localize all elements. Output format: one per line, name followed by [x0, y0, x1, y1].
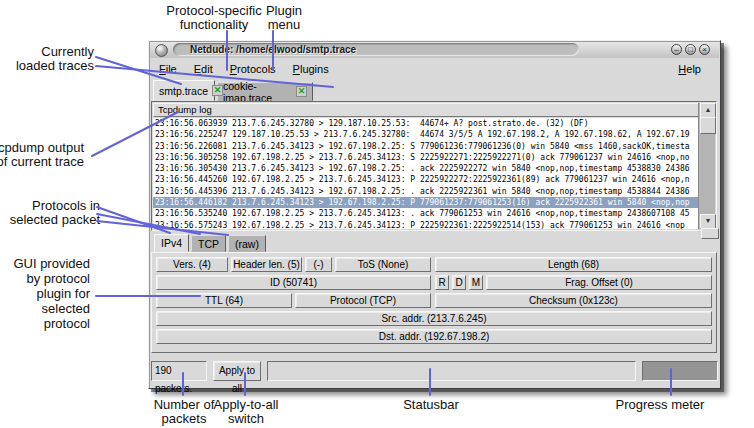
annotation-apply-switch: Apply-to-all switch [213, 398, 278, 426]
annotation-number-of-packets: Number of packets [154, 398, 215, 426]
annotation-gui-plugin: GUI provided by protocol plugin for sele… [13, 256, 90, 331]
menu-edit[interactable]: Edit [192, 62, 215, 76]
menu-protocols[interactable]: Protocols [228, 62, 278, 76]
trace-tab-smtp[interactable]: smtp.trace ✕ [153, 80, 215, 101]
field-header-length[interactable]: Header len. (5) [231, 257, 302, 272]
packet-row[interactable]: 23:16:56.305430 213.7.6.245.34123 > 192.… [153, 163, 699, 174]
field-protocol[interactable]: Protocol (TCP) [295, 293, 431, 308]
minimize-icon[interactable]: – [671, 44, 682, 55]
packet-row[interactable]: 23:16:56.226081 213.7.6.245.34123 > 192.… [153, 141, 699, 152]
tcpdump-log-panel: Tcpdump log 23:16:56.063939 213.7.6.245.… [151, 101, 717, 231]
packet-row[interactable]: 23:16:56.225247 129.187.10.25.53 > 213.7… [153, 129, 699, 140]
window-title: Netdude: /home/elwood/smtp.trace [173, 43, 579, 56]
packet-row[interactable]: 23:16:56.445260 192.67.198.2.25 > 213.7.… [153, 174, 699, 185]
scroll-up-icon[interactable]: ▲ [700, 103, 716, 118]
pane-resize-grip[interactable] [701, 228, 719, 239]
protocol-tab-ipv4[interactable]: IPv4 [154, 234, 189, 252]
flag-dont-fragment[interactable]: D [452, 275, 466, 290]
protocol-tab-raw[interactable]: (raw) [228, 235, 266, 252]
packet-row-selected[interactable]: 23:16:56.446182 213.7.6.245.34123 > 192.… [153, 197, 699, 208]
flag-more-fragments[interactable]: M [469, 275, 483, 290]
annotation-plugin-menu: Plugin menu [266, 4, 302, 32]
packet-row[interactable]: 23:16:56.575243 192.67.198.2.25 > 213.7.… [153, 220, 699, 229]
menu-file[interactable]: File [157, 62, 179, 76]
title-bar[interactable]: Netdude: /home/elwood/smtp.trace – □ × [150, 42, 719, 58]
annotation-protocols-selected: Protocols in selected packet [10, 199, 100, 227]
protocol-tab-tcp[interactable]: TCP [191, 235, 226, 252]
window-menu-icon[interactable] [155, 44, 168, 57]
field-frag-offset[interactable]: Frag. Offset (0) [486, 275, 712, 290]
annotation-tcpdump-output: Tcpdump output of current trace [0, 141, 84, 169]
annotation-protocol-specific: Protocol-specific functionality [166, 4, 261, 32]
progress-meter [642, 361, 718, 381]
trace-tab-cookie-imap[interactable]: cookie-imap.trace ✕ [217, 82, 313, 101]
flag-reserved[interactable]: R [435, 275, 449, 290]
field-unused[interactable]: (-) [305, 257, 332, 272]
field-id[interactable]: ID (50741) [156, 275, 431, 290]
packet-row[interactable]: 23:16:56.535240 192.67.198.2.25 > 213.7.… [153, 208, 699, 219]
menu-bar: File Edit Protocols Plugins Help [150, 58, 719, 79]
status-message [267, 361, 636, 381]
log-column-header[interactable]: Tcpdump log [153, 103, 699, 117]
scroll-down-icon[interactable]: ▼ [700, 214, 716, 229]
ipv4-header-editor: Vers. (4) Header len. (5) (-) ToS (None)… [151, 252, 717, 353]
close-icon[interactable]: × [699, 44, 710, 55]
field-dst-addr[interactable]: Dst. addr. (192.67.198.2) [156, 329, 712, 344]
annotation-loaded-traces: Currently loaded traces [16, 45, 94, 73]
maximize-icon[interactable]: □ [685, 44, 696, 55]
field-length[interactable]: Length (68) [435, 257, 712, 272]
field-checksum[interactable]: Checksum (0x123c) [435, 293, 712, 308]
field-tos[interactable]: ToS (None) [335, 257, 431, 272]
log-scrollbar[interactable]: ▲ ▼ [698, 103, 715, 229]
packet-row[interactable]: 23:16:56.305258 192.67.198.2.25 > 213.7.… [153, 152, 699, 163]
protocol-tab-row: IPv4 TCP (raw) [151, 234, 266, 252]
menu-help[interactable]: Help [676, 62, 703, 76]
packet-row[interactable]: 23:16:56.063939 213.7.6.245.32780 > 129.… [153, 118, 699, 129]
field-ttl[interactable]: TTL (64) [156, 293, 292, 308]
field-src-addr[interactable]: Src. addr. (213.7.6.245) [156, 311, 712, 326]
trace-close-icon[interactable]: ✕ [212, 85, 223, 96]
packet-count: 190 packets. [151, 361, 207, 381]
trace-tab-row: smtp.trace ✕ cookie-imap.trace ✕ [150, 79, 719, 101]
trace-tab-label: smtp.trace [159, 85, 208, 97]
packet-list: 23:16:56.063939 213.7.6.245.32780 > 129.… [153, 118, 699, 229]
netdude-window: Netdude: /home/elwood/smtp.trace – □ × F… [148, 40, 721, 389]
menu-plugins[interactable]: Plugins [291, 62, 331, 76]
field-version[interactable]: Vers. (4) [156, 257, 228, 272]
packet-row[interactable]: 23:16:56.445396 213.7.6.245.34123 > 192.… [153, 186, 699, 197]
apply-to-all-button[interactable]: Apply to all [213, 361, 261, 381]
trace-tab-label: cookie-imap.trace [223, 80, 292, 104]
trace-close-icon[interactable]: ✕ [296, 86, 307, 97]
scrollbar-thumb[interactable] [700, 117, 716, 134]
annotation-progress-meter: Progress meter [616, 398, 705, 412]
status-bar: 190 packets. Apply to all [151, 359, 718, 383]
annotation-statusbar: Statusbar [403, 398, 459, 412]
